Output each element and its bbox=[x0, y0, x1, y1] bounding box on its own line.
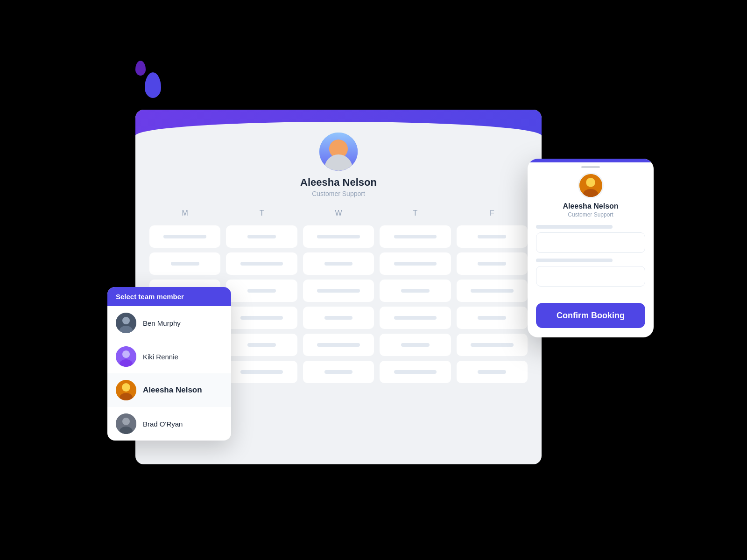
profile-avatar-main bbox=[317, 131, 359, 173]
avatar-kiki-icon bbox=[116, 346, 136, 367]
member-name-kiki: Kiki Rennie bbox=[143, 353, 178, 361]
profile-role: Customer Support bbox=[312, 190, 365, 197]
booking-card: Aleesha Nelson Customer Support Confirm … bbox=[528, 159, 654, 337]
time-slot[interactable] bbox=[226, 280, 297, 302]
booking-avatar-icon bbox=[579, 173, 602, 198]
field-label-1 bbox=[536, 225, 613, 229]
time-slot[interactable] bbox=[380, 280, 451, 302]
dropdown-header: Select team member bbox=[107, 287, 231, 306]
time-slot[interactable] bbox=[226, 334, 297, 356]
time-slot[interactable] bbox=[226, 361, 297, 383]
time-slot[interactable] bbox=[303, 225, 374, 248]
avatar-ben-murphy bbox=[116, 313, 136, 333]
calendar-row bbox=[149, 252, 528, 275]
time-slot[interactable] bbox=[226, 225, 297, 248]
booking-top-bar bbox=[528, 159, 654, 162]
slot-bar bbox=[394, 370, 437, 374]
slot-bar bbox=[247, 343, 276, 347]
slot-bar bbox=[478, 235, 506, 238]
booking-avatar bbox=[578, 173, 604, 198]
slot-bar bbox=[247, 235, 276, 238]
day-header-w: W bbox=[303, 207, 374, 220]
calendar-row bbox=[149, 225, 528, 248]
time-slot[interactable] bbox=[303, 334, 374, 356]
booking-fields bbox=[528, 225, 654, 299]
svg-point-1 bbox=[122, 317, 130, 324]
profile-section: Aleesha Nelson Customer Support bbox=[135, 135, 542, 207]
slot-bar bbox=[478, 370, 506, 374]
slot-bar bbox=[317, 343, 359, 347]
slot-bar bbox=[240, 262, 283, 266]
time-slot[interactable] bbox=[457, 307, 528, 329]
time-slot[interactable] bbox=[226, 307, 297, 329]
booking-notch bbox=[528, 162, 654, 168]
day-header-f: F bbox=[457, 207, 528, 220]
slot-bar bbox=[324, 370, 353, 374]
svg-point-4 bbox=[122, 350, 130, 358]
slot-bar bbox=[401, 343, 430, 347]
slot-bar bbox=[324, 316, 353, 320]
svg-point-13 bbox=[586, 178, 595, 187]
slot-bar bbox=[394, 262, 437, 266]
time-slot[interactable] bbox=[380, 225, 451, 248]
team-member-dropdown: Select team member Ben Murphy Kiki Renni… bbox=[107, 287, 231, 441]
member-name-brad: Brad O'Ryan bbox=[143, 420, 183, 428]
booking-profile: Aleesha Nelson Customer Support bbox=[528, 168, 654, 225]
field-input-1[interactable] bbox=[536, 232, 645, 253]
notch-bar bbox=[581, 166, 600, 168]
time-slot[interactable] bbox=[226, 252, 297, 275]
time-slot[interactable] bbox=[380, 252, 451, 275]
avatar-brad-oryan bbox=[116, 413, 136, 434]
booking-profile-name: Aleesha Nelson bbox=[563, 202, 618, 210]
drop-small bbox=[135, 61, 146, 76]
time-slot[interactable] bbox=[303, 307, 374, 329]
dropdown-item-aleesha[interactable]: Aleesha Nelson bbox=[107, 373, 231, 407]
time-slot[interactable] bbox=[380, 334, 451, 356]
slot-bar bbox=[317, 235, 359, 238]
time-slot[interactable] bbox=[457, 361, 528, 383]
avatar-ben-icon bbox=[116, 313, 136, 333]
slot-bar bbox=[240, 370, 283, 374]
slot-bar bbox=[478, 316, 506, 320]
time-slot[interactable] bbox=[149, 252, 220, 275]
member-name-ben: Ben Murphy bbox=[143, 319, 181, 327]
booking-profile-role: Customer Support bbox=[568, 211, 613, 218]
day-header-t1: T bbox=[226, 207, 297, 220]
slot-bar bbox=[240, 316, 283, 320]
slot-bar bbox=[394, 316, 437, 320]
field-input-2[interactable] bbox=[536, 266, 645, 287]
time-slot[interactable] bbox=[303, 252, 374, 275]
time-slot[interactable] bbox=[457, 280, 528, 302]
time-slot[interactable] bbox=[457, 225, 528, 248]
time-slot[interactable] bbox=[457, 334, 528, 356]
dropdown-item-ben[interactable]: Ben Murphy bbox=[107, 306, 231, 340]
time-slot[interactable] bbox=[457, 252, 528, 275]
slot-bar bbox=[163, 235, 206, 238]
dropdown-item-brad[interactable]: Brad O'Ryan bbox=[107, 407, 231, 441]
slot-bar bbox=[324, 262, 353, 266]
member-name-aleesha: Aleesha Nelson bbox=[143, 385, 202, 395]
time-slot[interactable] bbox=[303, 361, 374, 383]
svg-point-7 bbox=[122, 383, 130, 392]
avatar-aleesha-nelson bbox=[116, 380, 136, 400]
time-slot[interactable] bbox=[380, 307, 451, 329]
slot-bar bbox=[401, 289, 430, 293]
slot-bar bbox=[471, 343, 513, 347]
slot-bar bbox=[478, 262, 506, 266]
time-slot[interactable] bbox=[303, 280, 374, 302]
svg-point-10 bbox=[122, 418, 130, 425]
dropdown-item-kiki[interactable]: Kiki Rennie bbox=[107, 340, 231, 373]
avatar-brad-icon bbox=[116, 413, 136, 434]
slot-bar bbox=[171, 262, 199, 266]
drop-large bbox=[145, 72, 161, 98]
day-headers: M T W T F bbox=[149, 207, 528, 220]
avatar-body bbox=[324, 154, 352, 171]
day-header-t2: T bbox=[380, 207, 451, 220]
time-slot[interactable] bbox=[149, 225, 220, 248]
confirm-booking-button[interactable]: Confirm Booking bbox=[536, 303, 645, 328]
time-slot[interactable] bbox=[380, 361, 451, 383]
field-label-2 bbox=[536, 259, 613, 262]
slot-bar bbox=[247, 289, 276, 293]
avatar-person-main bbox=[319, 133, 358, 171]
profile-name: Aleesha Nelson bbox=[300, 176, 377, 189]
